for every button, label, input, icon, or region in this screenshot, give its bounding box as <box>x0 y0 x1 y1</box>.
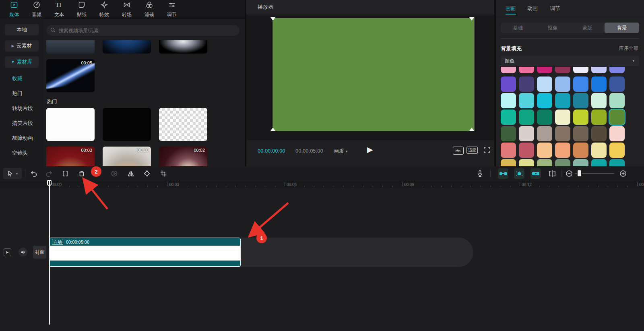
record-voice-button[interactable] <box>475 169 485 178</box>
play-button[interactable]: ▶ <box>367 145 373 154</box>
timeline-zoom-slider[interactable] <box>575 173 614 174</box>
color-swatch[interactable] <box>519 93 534 108</box>
video-thumbnail[interactable]: 00:02 <box>159 147 207 166</box>
color-swatch[interactable] <box>609 77 625 92</box>
color-swatch[interactable] <box>573 77 588 92</box>
split-view-button[interactable] <box>547 169 557 178</box>
subtab-background[interactable]: 背景 <box>605 23 639 33</box>
color-swatch[interactable] <box>555 159 570 166</box>
fullscreen-icon[interactable] <box>483 147 490 155</box>
search-bar[interactable] <box>46 25 239 36</box>
tab-canvas[interactable]: 画面 <box>506 5 516 14</box>
subtab-mask[interactable]: 蒙版 <box>570 23 605 33</box>
nav-audio[interactable]: 音频 <box>27 0 46 18</box>
mute-track-button[interactable] <box>19 248 27 257</box>
color-swatch[interactable] <box>501 67 516 73</box>
color-swatch[interactable] <box>519 159 534 166</box>
color-swatch[interactable] <box>555 93 570 108</box>
video-thumbnail-black[interactable] <box>103 108 151 141</box>
color-swatch[interactable] <box>537 110 552 125</box>
color-swatch[interactable] <box>573 67 588 73</box>
nav-sticker[interactable]: 贴纸 <box>72 0 91 18</box>
color-swatch[interactable] <box>519 126 534 141</box>
color-swatch[interactable] <box>555 110 570 125</box>
color-swatch[interactable] <box>591 126 607 141</box>
tab-adjust[interactable]: 调节 <box>550 5 560 12</box>
color-swatch[interactable] <box>573 143 588 158</box>
fill-mode-dropdown[interactable]: 颜色 ▼ <box>501 56 639 66</box>
nav-filter[interactable]: 滤镜 <box>140 0 159 18</box>
video-thumbnail-transparent[interactable] <box>159 108 207 141</box>
color-swatch[interactable] <box>519 67 534 73</box>
canvas-handle[interactable] <box>270 128 275 131</box>
video-thumbnail[interactable] <box>159 40 207 54</box>
rotate-button[interactable] <box>142 169 152 178</box>
color-swatch[interactable] <box>591 93 607 108</box>
color-swatch[interactable] <box>501 93 516 108</box>
sidebar-item-hot[interactable]: 热门 <box>12 90 23 97</box>
canvas-handle[interactable] <box>469 17 474 21</box>
nav-media[interactable]: 媒体 <box>5 0 23 18</box>
color-swatch[interactable] <box>501 77 516 92</box>
sidebar-item-transition-clips[interactable]: 转场片段 <box>12 105 33 112</box>
color-swatch[interactable] <box>573 126 588 141</box>
color-swatch[interactable] <box>609 143 625 158</box>
undo-button[interactable] <box>29 169 39 178</box>
subtab-keying[interactable]: 抠像 <box>535 23 570 33</box>
color-swatch[interactable] <box>609 67 625 73</box>
nav-transition[interactable]: 转场 <box>118 0 136 18</box>
video-thumbnail[interactable] <box>46 40 95 54</box>
sidebar-item-glitch-anim[interactable]: 故障动画 <box>12 134 33 142</box>
color-swatch[interactable] <box>591 67 607 73</box>
color-swatch[interactable] <box>573 159 588 166</box>
canvas-handle[interactable] <box>469 128 474 131</box>
auto-preview-toggle[interactable] <box>514 168 524 179</box>
color-swatch[interactable] <box>591 110 607 125</box>
video-thumbnail-galaxy[interactable]: 00:05 <box>46 59 95 92</box>
nav-adjust[interactable]: 调节 <box>163 0 181 18</box>
sidebar-stock[interactable]: ▼ 素材库 <box>5 56 39 68</box>
timeline-clip[interactable]: 白场 00:00:05:00 <box>49 238 241 267</box>
canvas-handle[interactable] <box>270 17 275 21</box>
video-thumbnail-white[interactable] <box>46 108 95 141</box>
select-tool[interactable]: ▼ <box>3 168 22 179</box>
color-swatch[interactable] <box>519 143 534 158</box>
color-swatch[interactable] <box>555 77 570 92</box>
track-expand-button[interactable]: ▶ <box>4 248 11 256</box>
color-swatch[interactable] <box>609 159 625 166</box>
slider-handle[interactable] <box>577 170 582 177</box>
video-thumbnail[interactable]: 00:10 <box>103 147 151 166</box>
color-swatch[interactable] <box>555 126 570 141</box>
sidebar-item-funny-clips[interactable]: 搞笑片段 <box>12 120 33 127</box>
redo-button[interactable] <box>44 169 54 178</box>
sidebar-item-favorites[interactable]: 收藏 <box>12 75 23 82</box>
color-swatch[interactable] <box>501 110 516 125</box>
color-swatch[interactable] <box>591 77 607 92</box>
cover-button[interactable]: 封面 <box>33 246 46 259</box>
link-toggle[interactable] <box>530 168 541 179</box>
apply-all-button[interactable]: 应用全部 <box>619 45 638 52</box>
nav-text[interactable]: TI 文本 <box>50 0 68 18</box>
preview-canvas[interactable] <box>273 18 474 131</box>
subtab-basic[interactable]: 基础 <box>501 23 535 33</box>
nav-effects[interactable]: 特效 <box>95 0 114 18</box>
fit-button[interactable]: 适应 <box>466 147 478 154</box>
color-swatch[interactable] <box>537 126 552 141</box>
search-input[interactable] <box>58 27 235 34</box>
freeze-frame-button[interactable] <box>109 169 119 178</box>
video-thumbnail[interactable] <box>103 40 151 54</box>
color-swatch[interactable] <box>501 159 516 166</box>
timeline-ruler[interactable]: 00:0000:0300:0600:0900:1200: <box>0 181 644 188</box>
color-swatch[interactable] <box>573 93 588 108</box>
color-swatch[interactable] <box>537 93 552 108</box>
sidebar-local[interactable]: 本地 <box>5 24 39 35</box>
color-swatch[interactable] <box>555 67 570 73</box>
waveform-button[interactable] <box>453 147 464 155</box>
video-thumbnail[interactable]: 00:03 <box>46 147 95 166</box>
zoom-in-button[interactable] <box>618 169 628 178</box>
delete-button[interactable] <box>77 169 87 178</box>
color-swatch[interactable] <box>591 159 607 166</box>
color-swatch[interactable] <box>501 126 516 141</box>
color-swatch[interactable] <box>609 93 625 108</box>
color-swatch[interactable] <box>591 143 607 158</box>
